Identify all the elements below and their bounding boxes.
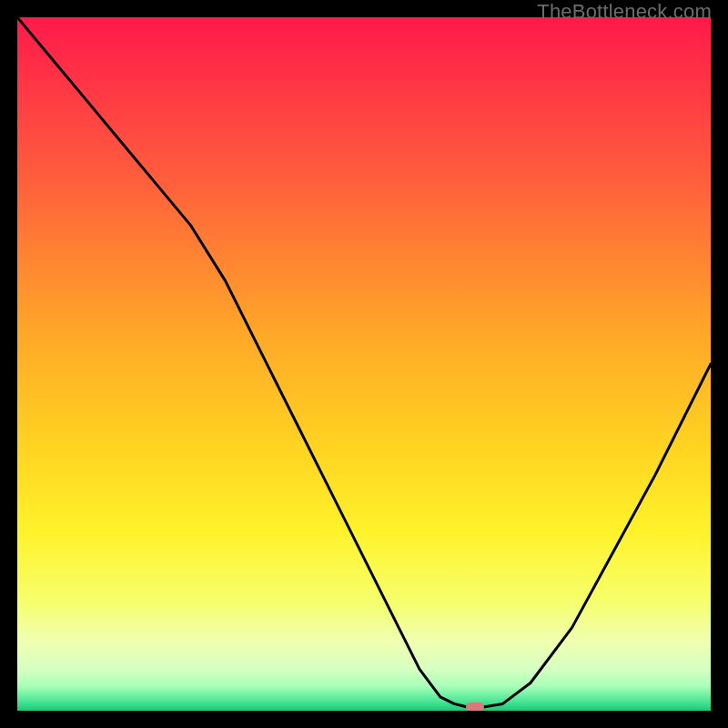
watermark-text: TheBottleneck.com: [537, 0, 712, 24]
gradient-background: [17, 17, 711, 711]
chart-plot: [17, 17, 711, 711]
chart-svg: [17, 17, 711, 711]
chart-frame: TheBottleneck.com: [0, 0, 728, 728]
marker-pill: [466, 703, 484, 711]
